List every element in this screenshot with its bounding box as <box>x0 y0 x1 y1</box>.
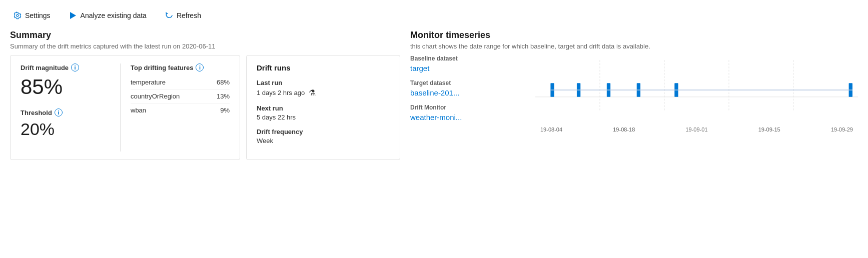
timeseries-title: Monitor timeseries <box>410 30 858 40</box>
last-run-value: 1 days 2 hrs ago ⚗ <box>257 88 390 98</box>
summary-title: Summary <box>10 30 400 40</box>
drift-runs-title: Drift runs <box>257 64 390 72</box>
drift-frequency-value: Week <box>257 137 390 144</box>
drift-frequency-label: Drift frequency <box>257 128 390 136</box>
refresh-button[interactable]: Refresh <box>162 9 204 22</box>
threshold-label: Threshold i <box>21 108 110 116</box>
toolbar: Settings Analyze existing data Refresh <box>10 5 858 30</box>
gear-icon <box>13 11 22 20</box>
timeseries-legend: Baseline dataset target Target dataset b… <box>410 55 520 135</box>
drift-monitor-label: Drift Monitor <box>410 104 520 111</box>
refresh-label: Refresh <box>177 12 201 20</box>
settings-button[interactable]: Settings <box>10 9 54 22</box>
baseline-dataset-group: Baseline dataset target <box>410 55 520 72</box>
chart-date-3: 19-09-01 <box>685 126 707 132</box>
summary-section: Summary Summary of the drift metrics cap… <box>10 30 400 160</box>
features-list: temperature 68% countryOrRegion 13% wban… <box>131 76 230 117</box>
play-icon <box>69 11 78 20</box>
feature-row: wban 9% <box>131 104 230 117</box>
drift-card: Drift magnitude i 85% Threshold i 20% To… <box>10 55 240 160</box>
analyze-button[interactable]: Analyze existing data <box>66 9 150 22</box>
chart-date-2: 19-08-18 <box>613 126 635 132</box>
drift-left: Drift magnitude i 85% Threshold i 20% <box>21 64 121 152</box>
feature-pct: 13% <box>217 92 230 100</box>
drift-frequency-row: Drift frequency Week <box>257 128 390 144</box>
summary-subtitle: Summary of the drift metrics captured wi… <box>10 42 400 50</box>
baseline-dataset-label: Baseline dataset <box>410 55 520 62</box>
timeseries-content: Baseline dataset target Target dataset b… <box>410 55 858 135</box>
refresh-icon <box>165 11 174 20</box>
threshold-value: 20% <box>21 120 110 139</box>
drift-right: Top drifting features i temperature 68% … <box>131 64 230 152</box>
flask-icon: ⚗ <box>309 88 316 98</box>
analyze-label: Analyze existing data <box>81 12 147 20</box>
chart-svg <box>535 55 858 125</box>
next-run-row: Next run 5 days 22 hrs <box>257 104 390 121</box>
timeseries-section: Monitor timeseries this chart shows the … <box>410 30 858 160</box>
next-run-label: Next run <box>257 104 390 112</box>
target-dataset-value[interactable]: baseline-201... <box>410 88 520 97</box>
threshold-info-icon[interactable]: i <box>55 108 63 116</box>
target-dataset-group: Target dataset baseline-201... <box>410 80 520 97</box>
feature-name: temperature <box>131 78 166 86</box>
chart-date-4: 19-09-15 <box>758 126 780 132</box>
settings-label: Settings <box>25 12 51 20</box>
top-drifting-label: Top drifting features i <box>131 64 230 72</box>
drift-monitor-group: Drift Monitor weather-moni... <box>410 104 520 122</box>
baseline-dataset-value[interactable]: target <box>410 64 520 72</box>
target-dataset-label: Target dataset <box>410 80 520 86</box>
feature-name: wban <box>131 106 146 114</box>
timeseries-chart: 19-08-04 19-08-18 19-09-01 19-09-15 19-0… <box>535 55 858 135</box>
drift-magnitude-info-icon[interactable]: i <box>71 64 79 72</box>
cards-row: Drift magnitude i 85% Threshold i 20% To… <box>10 55 400 160</box>
drift-monitor-value[interactable]: weather-moni... <box>410 113 520 122</box>
feature-pct: 9% <box>220 106 230 114</box>
timeseries-subtitle: this chart shows the date range for whic… <box>410 42 858 50</box>
drift-runs-card: Drift runs Last run 1 days 2 hrs ago ⚗ N… <box>246 55 400 160</box>
chart-date-1: 19-08-04 <box>540 126 562 132</box>
last-run-row: Last run 1 days 2 hrs ago ⚗ <box>257 79 390 98</box>
feature-row: temperature 68% <box>131 76 230 90</box>
chart-date-5: 19-09-29 <box>831 126 853 132</box>
last-run-label: Last run <box>257 79 390 86</box>
drift-value: 85% <box>21 76 110 98</box>
feature-row: countryOrRegion 13% <box>131 90 230 104</box>
drift-magnitude-label: Drift magnitude i <box>21 64 110 72</box>
next-run-value: 5 days 22 hrs <box>257 114 390 121</box>
svg-point-0 <box>17 14 19 16</box>
feature-pct: 68% <box>217 78 230 86</box>
feature-name: countryOrRegion <box>131 92 180 100</box>
top-drifting-info-icon[interactable]: i <box>196 64 204 72</box>
main-layout: Summary Summary of the drift metrics cap… <box>10 30 858 160</box>
chart-dates: 19-08-04 19-08-18 19-09-01 19-09-15 19-0… <box>535 126 858 132</box>
